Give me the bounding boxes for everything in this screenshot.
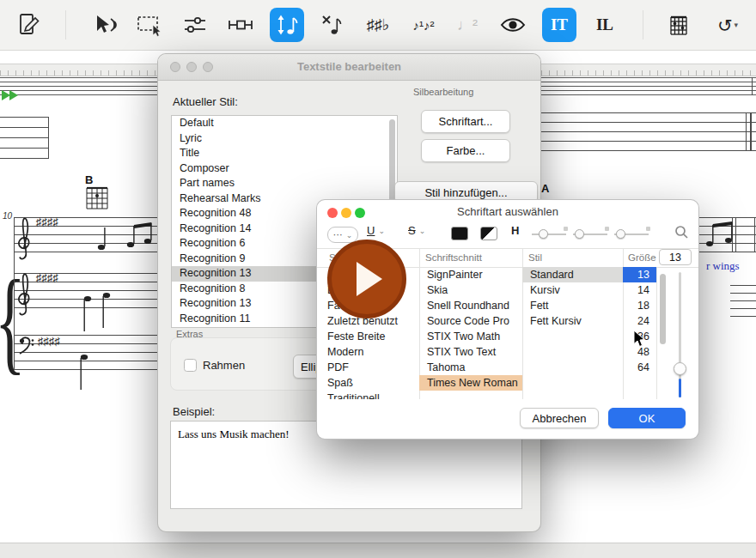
size-item-selected[interactable]: 13 xyxy=(623,267,656,282)
toolbar-separator xyxy=(643,10,643,39)
transpose-tool[interactable] xyxy=(270,8,304,42)
syllable-section-label: Silbearbeitung xyxy=(413,87,473,97)
delete-note-tool[interactable] xyxy=(314,8,349,42)
family-item[interactable]: SignPainter xyxy=(419,267,522,282)
strikethrough-popup[interactable]: S ⌄ xyxy=(408,224,425,237)
style-item-selected[interactable]: Standard xyxy=(522,267,623,282)
collection-item[interactable]: Spaß xyxy=(317,375,419,391)
underline-popup[interactable]: U ⌄ xyxy=(367,224,385,237)
slider-knob[interactable] xyxy=(575,229,584,239)
tuplet-tool[interactable]: ♪¹♪² xyxy=(406,8,441,42)
app-window: ♯♯♭ ♪¹♪² ♩² IT IL ↺ ▾ xyxy=(0,0,756,558)
voice-two-tool[interactable]: ♩² xyxy=(450,8,485,42)
family-item[interactable]: Skia xyxy=(419,282,522,298)
size-slider-knob[interactable] xyxy=(674,362,686,375)
font-button[interactable]: Schriftart... xyxy=(421,110,510,133)
shadow-toggle[interactable]: H xyxy=(511,224,519,237)
ok-button[interactable]: OK xyxy=(608,408,686,428)
barline xyxy=(752,77,753,95)
style-item[interactable]: Fett Kursiv xyxy=(522,313,623,329)
shadow-blur-slider[interactable] xyxy=(573,229,607,240)
style-list: Standard Kursiv Fett Fett Kursiv xyxy=(522,267,623,399)
view-tool[interactable] xyxy=(496,8,530,42)
shadow-opacity-slider[interactable] xyxy=(532,229,566,240)
insert-text-icon: IT xyxy=(551,15,568,34)
family-header[interactable]: Schriftschnitt xyxy=(425,252,482,263)
color-button[interactable]: Farbe... xyxy=(421,139,510,162)
strikethrough-icon: S xyxy=(408,224,416,237)
delete-note-icon xyxy=(319,12,344,38)
style-list-item[interactable]: Title xyxy=(172,146,397,161)
size-slider-fill xyxy=(679,379,681,397)
window-bottom-bar xyxy=(0,543,756,558)
playback-selection-tool[interactable] xyxy=(88,8,123,42)
slider-knob[interactable] xyxy=(539,229,548,239)
style-list-item[interactable]: Part names xyxy=(172,176,397,191)
document-pencil-icon xyxy=(15,12,40,38)
line-text-tool[interactable]: IL xyxy=(588,8,622,42)
slider-cap xyxy=(564,227,568,231)
node-edit-tool[interactable] xyxy=(223,8,258,42)
chevron-down-icon: ⌄ xyxy=(346,231,353,240)
undo-button[interactable]: ↺ ▾ xyxy=(707,8,748,42)
collection-item[interactable]: Traditionell xyxy=(317,391,419,399)
green-marker-icon[interactable] xyxy=(9,90,18,100)
key-signature: ♯♯♯♯ xyxy=(36,215,58,228)
size-input[interactable]: 13 xyxy=(659,249,692,265)
style-list-item[interactable]: Lyric xyxy=(172,131,397,147)
shadow-offset-slider[interactable] xyxy=(614,229,649,240)
text-color-well[interactable] xyxy=(451,227,468,240)
family-item[interactable]: STIX Two Math xyxy=(419,329,522,344)
effects-popup[interactable]: ⋯ ⌄ xyxy=(327,227,358,243)
collection-item[interactable]: Feste Breite xyxy=(317,329,419,344)
rehearsal-mark-a[interactable]: A xyxy=(541,182,549,195)
chevron-down-icon: ⌄ xyxy=(419,227,426,235)
chord-diagram[interactable] xyxy=(82,185,112,212)
example-text: Lass uns Musik machen! xyxy=(178,428,290,441)
collection-item[interactable]: PDF xyxy=(317,360,419,375)
lyric-text[interactable]: r wings xyxy=(706,259,740,273)
document-color-well[interactable] xyxy=(480,227,497,240)
size-scrollbar-thumb[interactable] xyxy=(660,274,666,344)
accidentals-tool[interactable]: ♯♯♭ xyxy=(361,8,395,42)
family-item[interactable]: Snell Roundhand xyxy=(419,298,522,313)
size-item[interactable]: 24 xyxy=(623,313,656,329)
style-list-item[interactable]: Default xyxy=(172,116,397,131)
text-styles-titlebar[interactable]: Textstile bearbeiten xyxy=(158,54,540,81)
family-item[interactable]: Tahoma xyxy=(419,360,522,375)
slider-knob[interactable] xyxy=(616,229,625,239)
family-item[interactable]: STIX Two Text xyxy=(419,344,522,360)
undo-icon: ↺ xyxy=(717,16,733,34)
size-header[interactable]: Größe xyxy=(628,252,656,263)
toolbar-separator xyxy=(65,10,66,39)
cancel-button[interactable]: Abbrechen xyxy=(520,408,599,428)
style-list-item[interactable]: Composer xyxy=(172,161,397,177)
treble-clef-icon xyxy=(15,267,34,317)
frame-checkbox[interactable] xyxy=(184,359,197,372)
family-item-selected[interactable]: Times New Roman xyxy=(419,375,522,391)
size-item[interactable]: 64 xyxy=(623,360,656,375)
size-item[interactable]: 18 xyxy=(623,298,656,313)
play-overlay-button[interactable] xyxy=(327,240,406,318)
transpose-note-icon xyxy=(274,12,300,38)
insert-text-tool[interactable]: IT xyxy=(542,8,576,42)
style-item[interactable]: Kursiv xyxy=(522,282,623,298)
chord-grid-icon xyxy=(666,12,692,38)
chord-grid-tool[interactable] xyxy=(662,8,696,42)
marquee-selection-tool[interactable] xyxy=(132,8,167,42)
mixer-settings-tool[interactable] xyxy=(178,8,212,42)
style-header[interactable]: Stil xyxy=(528,252,542,263)
style-item[interactable]: Fett xyxy=(522,298,623,313)
current-style-label: Aktueller Stil: xyxy=(173,95,238,108)
search-icon[interactable] xyxy=(674,225,689,240)
barline xyxy=(746,112,747,151)
staff-fragment-left xyxy=(0,117,49,159)
example-label: Beispiel: xyxy=(173,405,215,418)
marquee-icon xyxy=(136,12,163,38)
font-picker-titlebar[interactable]: Schriftart auswählen xyxy=(317,200,698,222)
size-item[interactable]: 14 xyxy=(623,282,656,298)
family-item[interactable]: Source Code Pro xyxy=(419,313,522,329)
line-text-icon: IL xyxy=(596,15,613,34)
collection-item[interactable]: Modern xyxy=(317,344,419,360)
document-setup-tool[interactable] xyxy=(10,8,45,42)
